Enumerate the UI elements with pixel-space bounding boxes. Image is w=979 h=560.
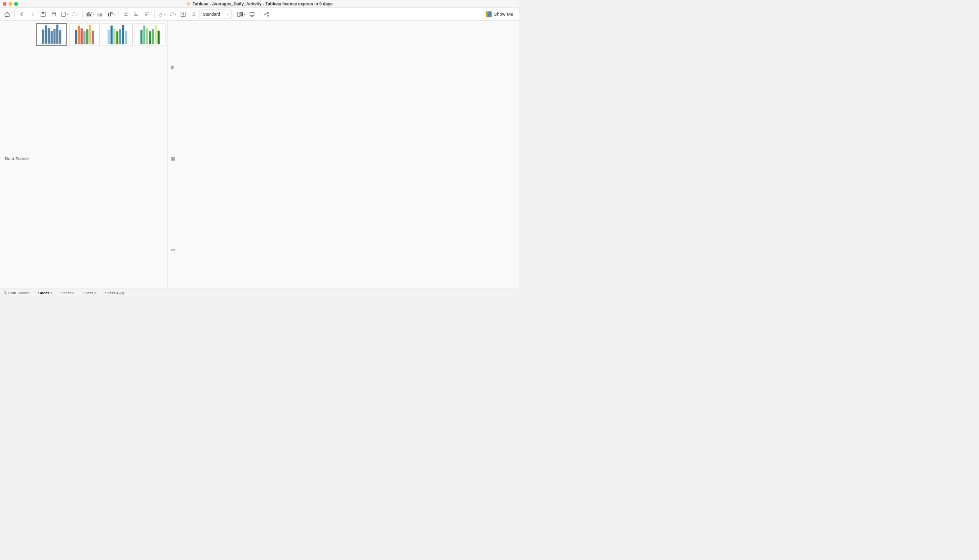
svg-text:T: T xyxy=(182,12,185,17)
sheet-tab[interactable]: Sheet 1 xyxy=(34,291,56,295)
svg-rect-12 xyxy=(108,13,109,17)
svg-rect-6 xyxy=(90,14,91,16)
new-worksheet-button[interactable]: ▾ xyxy=(60,9,70,19)
svg-rect-4 xyxy=(87,13,88,17)
refresh-button[interactable]: ▾ xyxy=(70,9,80,19)
new-story-tab-button[interactable]: ▭ xyxy=(169,246,177,254)
sheet-thumbnail[interactable] xyxy=(135,23,165,46)
sheet-tab[interactable]: Sheet 3 xyxy=(78,291,100,295)
svg-rect-13 xyxy=(110,12,111,16)
data-source-tab[interactable]: ⎘ Data Source xyxy=(0,291,34,295)
new-dashboard-tab-button[interactable]: ▦ xyxy=(169,155,177,163)
sort-asc-button[interactable] xyxy=(132,9,141,19)
svg-point-28 xyxy=(267,15,269,16)
duplicate-sheet-icon[interactable] xyxy=(95,9,105,19)
sheet-thumbnail[interactable] xyxy=(69,23,100,46)
sheet-tab[interactable]: Sheet 2 xyxy=(56,291,78,295)
highlight-button[interactable]: ▾ xyxy=(157,9,166,19)
pin-button[interactable] xyxy=(189,9,199,19)
svg-rect-8 xyxy=(97,13,98,16)
swap-button[interactable] xyxy=(121,9,131,19)
presentation-button[interactable] xyxy=(247,9,257,19)
svg-rect-14 xyxy=(134,12,136,13)
forward-button[interactable] xyxy=(27,9,37,19)
new-sheet-icon[interactable]: +▾ xyxy=(85,9,94,19)
new-worksheet-tab-button[interactable]: ⊞ xyxy=(169,64,177,71)
svg-rect-18 xyxy=(145,14,147,14)
window-title: Tableau - Averages_Daily_Activity - Tabl… xyxy=(193,1,333,6)
svg-rect-17 xyxy=(145,12,148,13)
toolbar: ▾ ▾ +▾ ▾ ▾ ▾ T Standard▾ ▾ Show Me xyxy=(0,8,519,21)
svg-rect-23 xyxy=(240,12,241,16)
back-button[interactable] xyxy=(17,9,26,19)
sheet-thumbnail[interactable] xyxy=(102,23,133,46)
svg-rect-9 xyxy=(99,13,99,16)
svg-point-27 xyxy=(267,12,269,13)
svg-point-26 xyxy=(264,13,266,15)
attach-button[interactable]: ▾ xyxy=(167,9,177,19)
show-me-icon xyxy=(486,11,492,17)
clear-sheet-icon[interactable]: ▾ xyxy=(106,9,116,19)
text-label-button[interactable]: T xyxy=(178,9,188,19)
data-source-nav[interactable]: Data Source xyxy=(0,21,34,297)
sort-desc-button[interactable] xyxy=(142,9,152,19)
sheet-tab[interactable]: Sheet 4 (2) xyxy=(100,291,128,295)
show-me-button[interactable]: Show Me xyxy=(486,11,517,17)
svg-rect-5 xyxy=(89,12,90,16)
svg-point-2 xyxy=(52,12,55,13)
svg-rect-19 xyxy=(145,15,146,16)
new-data-button[interactable] xyxy=(49,9,59,19)
home-button[interactable] xyxy=(2,9,12,19)
save-button[interactable] xyxy=(38,9,48,19)
svg-rect-25 xyxy=(250,12,254,15)
svg-rect-16 xyxy=(134,15,138,16)
show-cards-button[interactable]: ▾ xyxy=(236,9,246,19)
svg-rect-10 xyxy=(100,13,101,16)
svg-rect-22 xyxy=(238,12,240,16)
titlebar: Tableau - Averages_Daily_Activity - Tabl… xyxy=(0,0,519,8)
sheet-thumbnail[interactable] xyxy=(36,23,67,46)
svg-rect-1 xyxy=(42,12,44,13)
tableau-logo-icon xyxy=(186,1,190,6)
svg-rect-11 xyxy=(101,13,102,16)
svg-rect-24 xyxy=(242,12,243,16)
share-button[interactable] xyxy=(261,9,271,19)
svg-rect-15 xyxy=(134,14,137,14)
fit-dropdown[interactable]: Standard▾ xyxy=(200,9,232,19)
